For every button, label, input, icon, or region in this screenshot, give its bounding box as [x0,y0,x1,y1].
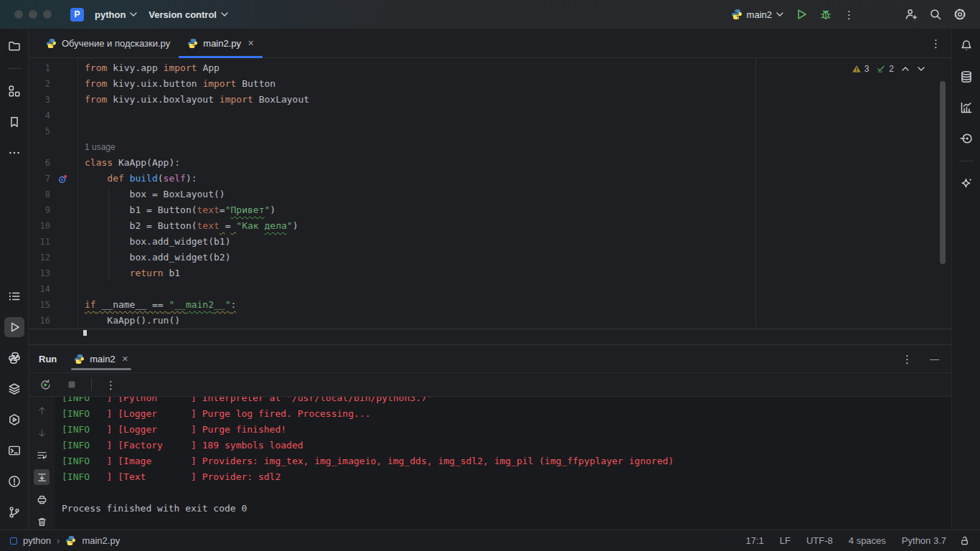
code-line[interactable]: 1 usage [29,139,951,155]
console-line[interactable]: [INFO ] [Python ] Interpreter at "/usr/l… [62,397,951,406]
maximize-window-button[interactable] [43,10,52,19]
debug-button[interactable] [814,4,837,24]
python-console-restore-button[interactable] [956,128,976,149]
console-toolbar [29,397,55,529]
code-line[interactable]: 10 b2 = Button(text = "Как дела") [29,218,951,234]
console-line[interactable] [62,485,951,501]
code-line[interactable]: 8 box = BoxLayout() [29,187,951,202]
status-item[interactable]: Python 3.7 [902,535,946,546]
code-line[interactable]: 12 box.add_widget(b2) [29,250,951,265]
more-actions-button[interactable]: ⋮ [839,6,859,24]
breadcrumb-file[interactable]: main2.py [82,535,120,546]
code-with-me-button[interactable] [900,4,923,24]
rerun-button[interactable] [34,375,57,395]
breadcrumb-project[interactable]: python [23,535,51,546]
typos-indicator[interactable]: 2 [876,64,894,74]
print-button[interactable] [34,491,50,507]
code-line[interactable]: 3from kivy.uix.boxlayout import BoxLayou… [29,92,951,108]
code-line[interactable]: 5 [29,123,951,139]
services-toolwindow-button[interactable] [4,410,24,430]
problems-toolwindow-button[interactable] [4,471,24,491]
notifications-button[interactable] [956,36,976,56]
todo-toolwindow-button[interactable] [4,286,24,306]
minimize-window-button[interactable] [29,10,37,19]
run-button[interactable] [790,4,813,24]
line-number: 16 [29,313,50,329]
project-toolwindow-button[interactable] [4,36,24,56]
python-console-toolwindow-button[interactable] [4,348,24,368]
soft-wrap-button[interactable] [34,447,50,463]
code-line[interactable]: 13 return b1 [29,265,951,281]
clear-console-button[interactable] [34,514,50,529]
run-toolwindow-button[interactable] [4,317,24,337]
code-text: box.add_widget(b1) [85,234,231,250]
close-icon[interactable]: ✕ [248,39,254,48]
warnings-indicator[interactable]: 3 [852,64,870,74]
console-line[interactable]: [INFO ] [Factory ] 189 symbols loaded [62,438,951,453]
structure-toolwindow-button[interactable] [4,81,24,101]
code-line[interactable]: 1from kivy.app import App [29,60,951,76]
bookmarks-toolwindow-button[interactable] [4,112,24,132]
close-icon[interactable]: ✕ [122,354,128,364]
console-line[interactable]: Process finished with exit code 0 [62,501,951,517]
run-config-selector[interactable]: main2 [726,5,788,24]
editor-scrollbar[interactable] [940,81,946,264]
status-item[interactable]: 4 spaces [849,535,886,546]
hide-panel-button[interactable]: — [925,350,944,368]
code-line[interactable]: 2from kivy.uix.button import Button [29,76,951,92]
database-toolwindow-button[interactable] [956,67,976,87]
stop-button[interactable] [61,375,83,394]
breadcrumb-separator: › [57,535,60,546]
console-line[interactable]: [INFO ] [Logger ] Purge finished! [62,422,951,438]
console-line[interactable]: [INFO ] [Image ] Providers: img_tex, img… [62,453,951,469]
trash-icon [37,517,47,527]
editor-bottom-divider [29,329,951,329]
code-line[interactable]: 6class KaApp(App): [29,155,951,171]
vcs-menu-button[interactable]: Version control [143,5,234,24]
code-line[interactable]: 14 [29,281,951,297]
scroll-to-end-button[interactable] [34,469,50,485]
code-line[interactable]: 7 def build(self): [29,171,951,187]
titlebar-right: main2 ⋮ [726,4,971,24]
status-item[interactable]: LF [780,535,791,546]
editor-tab-main2[interactable]: main2.py ✕ [179,29,263,57]
console-line[interactable]: [INFO ] [Text ] Provider: sdl2 [62,469,951,485]
close-window-button[interactable] [14,10,23,19]
python-packages-toolwindow-button[interactable] [4,379,24,399]
console-output[interactable]: [INFO ] [Python ] Interpreter at "/usr/l… [55,397,951,529]
console-options-button[interactable]: ⋮ [100,376,121,394]
code-line[interactable]: 9 b1 = Button(text="Привет") [29,202,951,218]
code-line[interactable]: 15if __name__ == "__main2__": [29,297,951,313]
code-line[interactable]: 16 KaApp().run() [29,313,951,329]
project-avatar[interactable]: P [70,8,84,22]
search-everywhere-button[interactable] [924,4,947,24]
code-line[interactable]: 11 box.add_widget(b1) [29,234,951,250]
gutter: 16 [29,313,77,329]
file-writable-indicator[interactable] [959,535,970,546]
version-control-toolwindow-button[interactable] [4,502,24,522]
statusbar-breadcrumb: python › main2.py [10,535,120,546]
scroll-down-button[interactable] [34,425,50,441]
scroll-up-button[interactable] [34,402,50,418]
more-toolwindows-button[interactable] [4,143,24,163]
code-editor[interactable]: 1from kivy.app import App2from kivy.uix.… [29,58,951,344]
sciview-toolwindow-button[interactable] [956,98,976,118]
status-item[interactable]: UTF-8 [806,535,833,546]
next-problem-button[interactable] [917,65,925,73]
tab-options-button[interactable]: ⋮ [920,29,951,57]
terminal-toolwindow-button[interactable] [4,441,24,461]
code-line[interactable]: 4 [29,108,951,123]
status-item[interactable]: 17:1 [745,535,763,546]
warnings-count: 3 [864,64,870,74]
settings-button[interactable] [948,4,971,24]
ai-assistant-button[interactable] [956,174,976,194]
console-line[interactable]: [INFO ] [Logger ] Purge log fired. Proce… [62,406,951,422]
run-panel-options-button[interactable]: ⋮ [897,350,918,368]
overrides-icon [55,171,70,187]
usage-inlay-hint[interactable]: 1 usage [85,142,116,152]
project-menu-button[interactable]: python [89,5,143,24]
run-tab-main2[interactable]: main2 ✕ [67,345,136,372]
editor-tab-obuchenie[interactable]: Обучение и подсказки.py [37,29,179,57]
prev-problem-button[interactable] [901,65,910,73]
run-panel-title[interactable]: Run [39,354,57,364]
